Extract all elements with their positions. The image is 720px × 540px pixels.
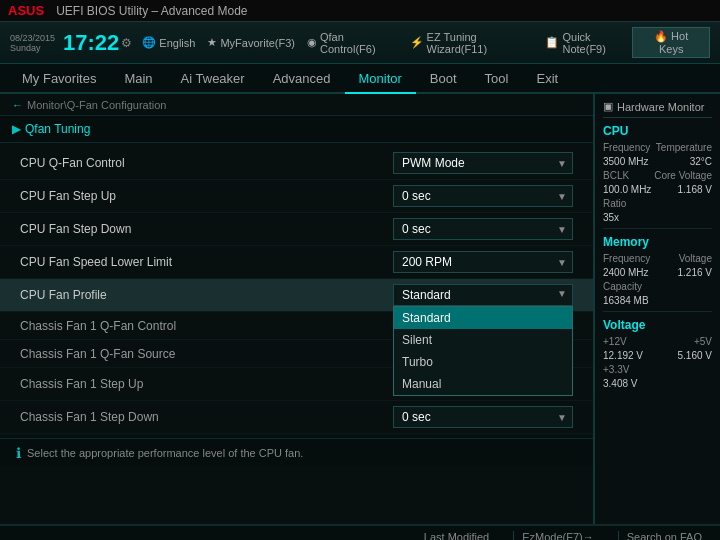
hw-bclk-value: 100.0 MHz bbox=[603, 184, 651, 195]
footer-area: Last Modified EzMode(F7)→ Search on FAQ … bbox=[0, 524, 720, 540]
search-faq-btn[interactable]: Search on FAQ bbox=[618, 531, 710, 541]
hw-v33-val-row: 3.408 V bbox=[603, 378, 712, 389]
hw-cpu-section: CPU bbox=[603, 124, 712, 138]
main-content: ← Monitor\Q-Fan Configuration ▶ Qfan Tun… bbox=[0, 94, 720, 524]
hw-v12-label-row: +12V +5V bbox=[603, 336, 712, 347]
last-modified-btn[interactable]: Last Modified bbox=[416, 531, 497, 541]
hw-cpu-temp-value: 32°C bbox=[690, 156, 712, 167]
left-panel: ← Monitor\Q-Fan Configuration ▶ Qfan Tun… bbox=[0, 94, 594, 524]
hw-monitor-title: ▣ Hardware Monitor bbox=[603, 100, 712, 118]
my-favorites-label: MyFavorite(F3) bbox=[220, 37, 295, 49]
hw-core-voltage-label: Core Voltage bbox=[654, 170, 712, 181]
hw-v5-label: +5V bbox=[694, 336, 712, 347]
option-turbo[interactable]: Turbo bbox=[394, 351, 572, 373]
status-message: Select the appropriate performance level… bbox=[27, 447, 303, 459]
hw-cpu-freq-row: Frequency Temperature bbox=[603, 142, 712, 153]
hw-mem-freq-value: 2400 MHz bbox=[603, 267, 649, 278]
hw-ratio-val-row: 35x bbox=[603, 212, 712, 223]
hw-mem-voltage-label: Voltage bbox=[679, 253, 712, 264]
globe-icon: 🌐 bbox=[142, 36, 156, 49]
cpu-fan-step-down-dropdown[interactable]: 0 sec bbox=[393, 218, 573, 240]
qfan-btn[interactable]: ◉ Qfan Control(F6) bbox=[307, 31, 398, 55]
ez-tuning-btn[interactable]: ⚡ EZ Tuning Wizard(F11) bbox=[410, 31, 534, 55]
cpu-fan-step-up-dropdown[interactable]: 0 sec bbox=[393, 185, 573, 207]
nav-monitor[interactable]: Monitor bbox=[345, 64, 416, 94]
hw-mem-freq-val-row: 2400 MHz 1.216 V bbox=[603, 267, 712, 278]
qfan-label: Qfan Control(F6) bbox=[320, 31, 398, 55]
cpu-fan-step-up-value: 0 sec ▼ bbox=[393, 185, 573, 207]
datetime: 08/23/2015 Sunday bbox=[10, 33, 55, 53]
breadcrumb-back-icon[interactable]: ← bbox=[12, 99, 23, 111]
chassis-fan1-step-down-wrapper: 0 sec ▼ bbox=[393, 406, 573, 428]
time-display: 17:22 bbox=[63, 30, 119, 56]
cpu-fan-step-up-wrapper: 0 sec ▼ bbox=[393, 185, 573, 207]
header-icons: 🌐 English ★ MyFavorite(F3) ◉ Qfan Contro… bbox=[142, 31, 632, 55]
cpu-fan-step-down-label: CPU Fan Step Down bbox=[20, 222, 393, 236]
hw-bclk-label-row: BCLK Core Voltage bbox=[603, 170, 712, 181]
cpu-fan-speed-dropdown[interactable]: 200 RPM bbox=[393, 251, 573, 273]
cpu-qfan-control-label: CPU Q-Fan Control bbox=[20, 156, 393, 170]
hw-v5-value: 5.160 V bbox=[678, 350, 712, 361]
hw-ratio-value: 35x bbox=[603, 212, 619, 223]
hw-divider-1 bbox=[603, 228, 712, 229]
quick-note-btn[interactable]: 📋 Quick Note(F9) bbox=[545, 31, 632, 55]
qfan-icon: ◉ bbox=[307, 36, 317, 49]
top-bar: ASUS UEFI BIOS Utility – Advanced Mode bbox=[0, 0, 720, 22]
hw-mem-freq-label-row: Frequency Voltage bbox=[603, 253, 712, 264]
cpu-fan-profile-dropdown-wrapper: Standard ▼ Standard Silent Turbo Manual bbox=[393, 284, 573, 306]
cpu-fan-speed-wrapper: 200 RPM ▼ bbox=[393, 251, 573, 273]
hw-cpu-freq-label: Frequency bbox=[603, 142, 650, 153]
my-favorites-btn[interactable]: ★ MyFavorite(F3) bbox=[207, 31, 295, 55]
cpu-fan-profile-row: CPU Fan Profile Standard ▼ Standard Sile… bbox=[0, 279, 593, 312]
cpu-fan-profile-dropdown[interactable]: Standard bbox=[393, 284, 573, 306]
hw-v12-label: +12V bbox=[603, 336, 627, 347]
settings-container: CPU Q-Fan Control PWM Mode ▼ CPU Fan Ste… bbox=[0, 143, 593, 438]
expand-icon[interactable]: ▶ bbox=[12, 122, 21, 136]
ez-mode-btn[interactable]: EzMode(F7)→ bbox=[513, 531, 602, 541]
option-silent[interactable]: Silent bbox=[394, 329, 572, 351]
hw-v33-value: 3.408 V bbox=[603, 378, 637, 389]
nav-advanced[interactable]: Advanced bbox=[259, 64, 345, 94]
nav-main[interactable]: Main bbox=[110, 64, 166, 94]
hw-mem-freq-label: Frequency bbox=[603, 253, 650, 264]
nav-tool[interactable]: Tool bbox=[471, 64, 523, 94]
cpu-qfan-control-value: PWM Mode ▼ bbox=[393, 152, 573, 174]
nav-boot[interactable]: Boot bbox=[416, 64, 471, 94]
quick-note-label: Quick Note(F9) bbox=[562, 31, 632, 55]
cpu-qfan-control-row: CPU Q-Fan Control PWM Mode ▼ bbox=[0, 147, 593, 180]
cpu-fan-profile-options: Standard Silent Turbo Manual bbox=[393, 306, 573, 396]
cpu-fan-step-up-label: CPU Fan Step Up bbox=[20, 189, 393, 203]
option-standard[interactable]: Standard bbox=[394, 307, 572, 329]
lightning-icon: ⚡ bbox=[410, 36, 424, 49]
language-btn[interactable]: 🌐 English bbox=[142, 31, 195, 55]
ez-tuning-label: EZ Tuning Wizard(F11) bbox=[427, 31, 534, 55]
language-label: English bbox=[159, 37, 195, 49]
hw-mem-cap-label-row: Capacity bbox=[603, 281, 712, 292]
hw-mem-cap-val-row: 16384 MB bbox=[603, 295, 712, 306]
hw-cpu-temp-label: Temperature bbox=[656, 142, 712, 153]
cpu-fan-speed-lower-limit-value: 200 RPM ▼ bbox=[393, 251, 573, 273]
star-icon: ★ bbox=[207, 36, 217, 49]
header: 08/23/2015 Sunday 17:22 ⚙ 🌐 English ★ My… bbox=[0, 22, 720, 64]
cpu-fan-step-down-value: 0 sec ▼ bbox=[393, 218, 573, 240]
hardware-monitor-panel: ▣ Hardware Monitor CPU Frequency Tempera… bbox=[594, 94, 720, 524]
hw-cpu-freq-value: 3500 MHz bbox=[603, 156, 649, 167]
cpu-qfan-dropdown[interactable]: PWM Mode bbox=[393, 152, 573, 174]
hw-monitor-label: Hardware Monitor bbox=[617, 101, 704, 113]
hot-keys-button[interactable]: 🔥 Hot Keys bbox=[632, 27, 710, 58]
hw-mem-voltage-value: 1.216 V bbox=[678, 267, 712, 278]
chassis-fan1-step-down-dropdown[interactable]: 0 sec bbox=[393, 406, 573, 428]
chassis-fan1-step-down-label: Chassis Fan 1 Step Down bbox=[20, 410, 393, 424]
cpu-fan-profile-label: CPU Fan Profile bbox=[20, 288, 393, 302]
nav-my-favorites[interactable]: My Favorites bbox=[8, 64, 110, 94]
chassis-fan1-step-down-value: 0 sec ▼ bbox=[393, 406, 573, 428]
option-manual[interactable]: Manual bbox=[394, 373, 572, 395]
cpu-fan-step-down-wrapper: 0 sec ▼ bbox=[393, 218, 573, 240]
hw-v33-label-row: +3.3V bbox=[603, 364, 712, 375]
hw-memory-section: Memory bbox=[603, 235, 712, 249]
hw-cpu-freq-val-row: 3500 MHz 32°C bbox=[603, 156, 712, 167]
nav-ai-tweaker[interactable]: Ai Tweaker bbox=[167, 64, 259, 94]
hw-bclk-val-row: 100.0 MHz 1.168 V bbox=[603, 184, 712, 195]
nav-exit[interactable]: Exit bbox=[522, 64, 572, 94]
gear-icon[interactable]: ⚙ bbox=[121, 36, 132, 50]
